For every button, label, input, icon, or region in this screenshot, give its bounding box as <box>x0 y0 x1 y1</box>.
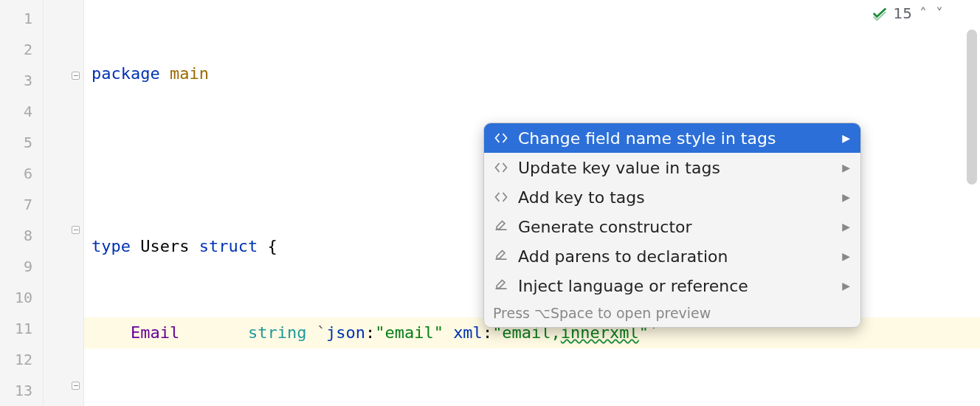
fold-toggle-icon[interactable] <box>72 226 83 235</box>
menu-item-label: Generate constructor <box>518 218 833 236</box>
brace: { <box>267 237 277 255</box>
line-number: 3 <box>0 65 43 96</box>
menu-item-label: Change field name style in tags <box>518 129 833 148</box>
line-number: 11 <box>0 313 43 344</box>
line-number: 1 <box>0 3 43 34</box>
line-number: 5 <box>0 127 43 158</box>
pencil-icon <box>493 219 509 234</box>
line-number: 13 <box>0 375 43 406</box>
menu-hint: Press ⌥Space to open preview <box>484 300 860 327</box>
line-number: 2 <box>0 34 43 65</box>
identifier: main <box>170 64 209 83</box>
line-number: 10 <box>0 282 43 313</box>
code-editor[interactable]: 12345678910111213 package main type User… <box>0 0 980 406</box>
inspection-count: 15 <box>894 4 912 22</box>
menu-item[interactable]: Change field name style in tags▶ <box>484 123 860 153</box>
brackets-icon <box>493 190 509 204</box>
line-number: 9 <box>0 251 43 282</box>
submenu-arrow-icon: ▶ <box>842 280 850 292</box>
menu-item[interactable]: Add key to tags▶ <box>484 182 860 212</box>
menu-item-label: Inject language or reference <box>518 277 833 295</box>
prev-problem-button[interactable]: ˄ <box>918 4 928 22</box>
checkmark-icon <box>872 5 888 21</box>
menu-item[interactable]: Generate constructor▶ <box>484 212 860 241</box>
submenu-arrow-icon: ▶ <box>842 221 850 233</box>
menu-item-label: Add key to tags <box>518 188 833 207</box>
intentions-menu[interactable]: Change field name style in tags▶Update k… <box>483 123 861 328</box>
tag-key: xml <box>453 323 483 342</box>
keyword: struct <box>199 237 258 255</box>
submenu-arrow-icon: ▶ <box>842 250 850 262</box>
type-name: Users <box>140 237 189 255</box>
fold-toggle-icon[interactable] <box>72 72 83 80</box>
keyword: package <box>92 64 160 83</box>
scrollbar-thumb[interactable] <box>967 30 977 185</box>
code-line[interactable]: package main <box>84 58 980 89</box>
tag-key: json <box>326 323 365 342</box>
field-name: Email <box>131 323 179 342</box>
backtick: ` <box>317 323 326 342</box>
menu-item[interactable]: Update key value in tags▶ <box>484 153 860 182</box>
inspection-widget[interactable]: 15 ˄ ˅ <box>872 4 945 22</box>
keyword: type <box>92 237 131 255</box>
next-problem-button[interactable]: ˅ <box>934 4 945 22</box>
menu-item[interactable]: Add parens to declaration▶ <box>484 241 860 271</box>
line-number: 6 <box>0 158 43 189</box>
line-number: 4 <box>0 96 43 127</box>
submenu-arrow-icon: ▶ <box>842 191 850 203</box>
fold-toggle-icon[interactable] <box>72 382 83 390</box>
submenu-arrow-icon: ▶ <box>842 132 850 144</box>
line-number: 7 <box>0 189 43 220</box>
pencil-icon <box>493 278 509 293</box>
line-number: 12 <box>0 344 43 375</box>
line-number: 8 <box>0 220 43 251</box>
menu-item-label: Add parens to declaration <box>518 247 833 266</box>
gutter: 12345678910111213 <box>0 0 44 406</box>
fold-gutter <box>44 0 84 406</box>
menu-item[interactable]: Inject language or reference▶ <box>484 271 860 300</box>
brackets-icon <box>493 131 509 145</box>
brackets-icon <box>493 160 509 175</box>
pencil-icon <box>493 249 509 264</box>
submenu-arrow-icon: ▶ <box>842 162 850 173</box>
menu-item-label: Update key value in tags <box>518 159 833 177</box>
string: "email" <box>375 323 444 342</box>
type: string <box>248 323 306 342</box>
